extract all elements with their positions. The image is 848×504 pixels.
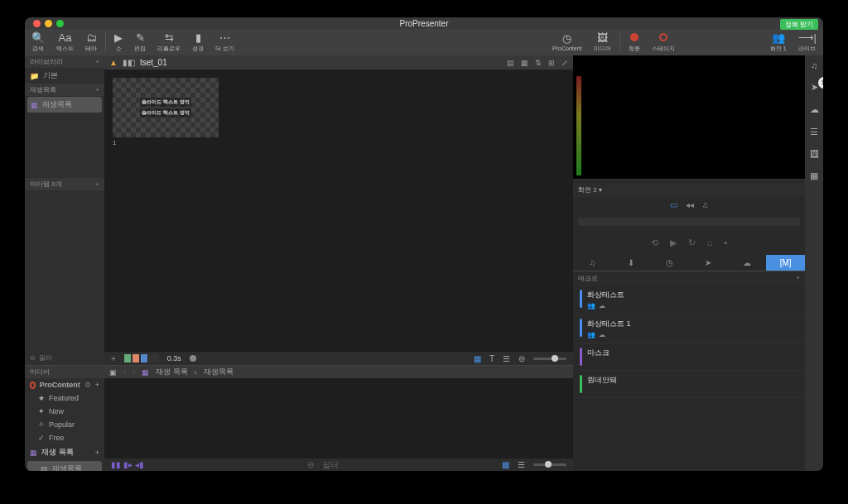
- right-strip-icon-0[interactable]: ♫: [811, 60, 817, 70]
- grid-view-icon[interactable]: ▦: [474, 354, 481, 363]
- preview-audio-icon[interactable]: ◂◂: [686, 200, 694, 209]
- reflow-icon: ⇆: [165, 32, 174, 43]
- slide-thumb-1[interactable]: 슬라이드 텍스트 영역 슬라이드 텍스트 영역 1: [113, 78, 219, 146]
- media-feature-free[interactable]: ✓Free: [25, 431, 104, 444]
- preview-music-icon[interactable]: ♫: [702, 200, 709, 209]
- macro-item[interactable]: 뭔데안돼: [573, 371, 805, 398]
- minimize-window-button[interactable]: [45, 20, 52, 27]
- settings-icon[interactable]: ⚙: [84, 381, 91, 389]
- arrange-icon[interactable]: ⇅: [535, 59, 542, 67]
- macro-item[interactable]: 화상테스트 1 👥☁: [573, 314, 805, 343]
- nav-fwd-icon[interactable]: ›: [132, 368, 135, 377]
- playlist-icon: ▦: [142, 368, 149, 377]
- play-button[interactable]: ▶쇼: [114, 32, 123, 53]
- panel-tab-5[interactable]: [M]: [766, 255, 805, 271]
- slides-canvas[interactable]: 슬라이드 텍스트 영역 슬라이드 텍스트 영역 1: [104, 70, 573, 352]
- more-button[interactable]: ⋯더 보기: [215, 32, 234, 53]
- add-media-playlist-button[interactable]: +: [95, 449, 99, 457]
- breadcrumb-2[interactable]: 재생목록: [204, 367, 234, 377]
- left-filter[interactable]: ⊖ 필터: [25, 351, 104, 365]
- zoom-slider[interactable]: [533, 358, 566, 360]
- text-view-icon[interactable]: T: [489, 354, 494, 363]
- nav-back-icon[interactable]: ‹: [123, 368, 126, 377]
- add-macro-button[interactable]: +: [796, 274, 800, 283]
- grid-control-icon[interactable]: ⊞: [548, 59, 555, 67]
- media-feature-popular[interactable]: ✧Popular: [25, 418, 104, 431]
- stage-button[interactable]: 스테이지: [652, 32, 675, 53]
- right-strip-icon-3[interactable]: ☰: [810, 127, 818, 137]
- macro-item[interactable]: 화상테스트 👥☁: [573, 286, 805, 314]
- right-strip-icon-5[interactable]: ▦: [810, 170, 818, 181]
- add-procontent-button[interactable]: +: [95, 381, 99, 389]
- macro-action-icon: 👥: [587, 302, 595, 310]
- right-strip-icon-2[interactable]: ☁: [810, 104, 819, 115]
- live-button[interactable]: ⟶|라이브: [798, 32, 817, 53]
- media-feature-new[interactable]: ✦New: [25, 405, 104, 418]
- screen-selector[interactable]: 화면 2 ▾: [573, 183, 805, 197]
- loop-icon[interactable]: ↻: [688, 238, 696, 248]
- media-zoom-slider[interactable]: [533, 463, 566, 466]
- transition-timing[interactable]: 0.3s: [167, 354, 181, 362]
- media-playlist-group[interactable]: ▦ 재생 목록 +: [25, 444, 104, 460]
- media-arrangement-icons[interactable]: ▮▮ ▮▸ ◂▮: [111, 460, 144, 469]
- document-header: ▲ ▮◧ tset_01 ▤ ▦ ⇅ ⊞ ⤢: [104, 55, 573, 70]
- theme-button[interactable]: 🗂테마: [85, 32, 97, 53]
- right-strip-icon-1[interactable]: ➤: [811, 82, 818, 93]
- procontent-button[interactable]: ◷ProContent: [552, 33, 581, 51]
- easy-view-icon[interactable]: ⊖: [518, 354, 525, 363]
- panel-tab-3[interactable]: ➤: [689, 255, 728, 271]
- panel-tab-1[interactable]: ⬇: [612, 255, 651, 271]
- app-window: ProPresenter 정복 받기 🔍검색Aa텍스트🗂테마 ▶쇼✎편집⇆리플로…: [25, 17, 823, 471]
- panel-tab-0[interactable]: ♫: [573, 255, 612, 271]
- panel-tab-2[interactable]: ◷: [650, 255, 689, 271]
- expand-icon[interactable]: ⤢: [561, 59, 568, 67]
- end-icon[interactable]: ▪: [724, 238, 727, 248]
- list-view2-icon[interactable]: ☰: [503, 354, 510, 363]
- timeline[interactable]: [573, 213, 805, 231]
- rewind-icon[interactable]: ⟲: [651, 238, 658, 248]
- audience-button[interactable]: 청중: [629, 32, 640, 53]
- subscribe-badge[interactable]: 정복 받기: [780, 19, 818, 30]
- media-canvas[interactable]: [104, 378, 573, 458]
- feature-icon: ✦: [38, 407, 45, 415]
- media-view-icon[interactable]: ▣: [109, 368, 117, 377]
- close-window-button[interactable]: [33, 20, 41, 27]
- library-item[interactable]: 📁 기본: [25, 68, 104, 84]
- media-breadcrumb-bar: ▣ ‹ › ▦ 재생 목록 › 재생목록: [104, 366, 573, 378]
- reflow-button[interactable]: ⇆리플로우: [157, 32, 181, 53]
- play-icon: ▶: [114, 32, 123, 43]
- panel-tab-4[interactable]: ☁: [728, 255, 767, 271]
- list-view-icon[interactable]: ▦: [521, 59, 528, 67]
- play-icon[interactable]: ▶: [670, 238, 677, 248]
- add-slide-button[interactable]: +: [111, 354, 116, 363]
- add-playlist-button[interactable]: +: [95, 86, 99, 94]
- procontent-item[interactable]: ProContent ⚙ +: [25, 378, 104, 391]
- right-strip-icon-4[interactable]: 🖼: [810, 149, 819, 159]
- breadcrumb-1[interactable]: 재생 목록: [156, 367, 188, 377]
- output-preview[interactable]: [573, 55, 805, 180]
- add-library-button[interactable]: +: [95, 58, 99, 65]
- arrangement-icons[interactable]: [124, 354, 159, 362]
- preview-display-icon[interactable]: ▭: [670, 200, 677, 209]
- search-button[interactable]: 🔍검색: [31, 32, 45, 53]
- media-filter-icon[interactable]: ⊖: [307, 460, 314, 469]
- add-item-button[interactable]: +: [95, 180, 99, 188]
- media-feature-featured[interactable]: ★Featured: [25, 391, 104, 405]
- zoom-window-button[interactable]: [56, 20, 64, 27]
- layout-view-icon[interactable]: ▤: [507, 59, 514, 67]
- filter-icon: ⊖: [30, 354, 36, 362]
- media-list-icon[interactable]: ☰: [518, 460, 525, 469]
- slide-preview: 슬라이드 텍스트 영역 슬라이드 텍스트 영역: [113, 78, 219, 137]
- playlist-item[interactable]: ▦ 재생목록: [27, 97, 102, 113]
- panel-tabs: ♫⬇◷➤☁[M]: [573, 255, 805, 271]
- panes-button[interactable]: 👥화면 1: [770, 32, 787, 53]
- media-grid-icon[interactable]: ▦: [502, 460, 509, 469]
- marker-icon[interactable]: ⌂: [707, 238, 713, 248]
- macro-item[interactable]: 마스크: [573, 343, 805, 371]
- media-button[interactable]: 🖼미디어: [594, 32, 611, 53]
- text-button[interactable]: Aa텍스트: [56, 32, 74, 53]
- edit-button[interactable]: ✎편집: [134, 32, 146, 53]
- bible-button[interactable]: ▮성경: [192, 32, 204, 53]
- media-playlist-item-1[interactable]: ▤ 재생목록: [27, 461, 102, 471]
- timing-slider[interactable]: [190, 355, 196, 362]
